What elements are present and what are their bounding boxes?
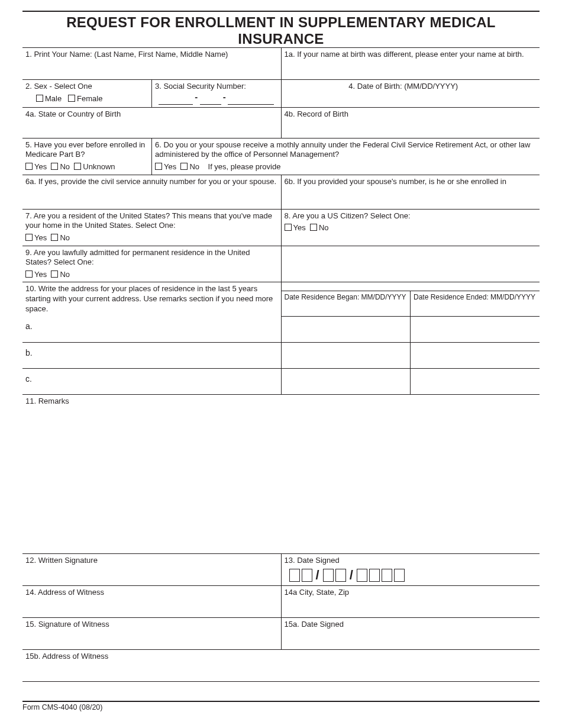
q10-c-began[interactable] (281, 368, 411, 394)
q12-label: 12. Written Signature (25, 556, 278, 566)
q9-yes: Yes (34, 270, 47, 279)
checkbox-q5-no[interactable] (51, 163, 58, 170)
q6-yes: Yes (164, 162, 176, 171)
q5-label: 5. Have you ever before enrolled in Medi… (25, 140, 148, 160)
q9-no: No (60, 270, 70, 279)
checkbox-q8-yes[interactable] (285, 224, 292, 231)
q5-yes: Yes (34, 162, 47, 171)
q14-label: 14. Address of Witness (25, 588, 278, 598)
q7-yes: Yes (34, 233, 47, 242)
q4a-label: 4a. State or Country of Birth (25, 109, 278, 120)
opt-male: Male (45, 94, 62, 103)
q5-unknown: Unknown (83, 162, 115, 171)
q1-label: 1. Print Your Name: (Last Name, First Na… (25, 50, 278, 60)
q10-a-ended[interactable] (411, 316, 540, 342)
q10-began-label: Date Residence Began: MM/DD/YYYY (285, 293, 406, 301)
q15b-label: 15b. Address of Witness (25, 652, 537, 662)
q7-label: 7. Are you a resident of the United Stat… (25, 211, 278, 231)
q14a-label: 14a City, State, Zip (285, 588, 537, 598)
q7-no: No (60, 233, 70, 242)
q10-b-ended[interactable] (411, 342, 540, 368)
opt-female: Female (77, 94, 102, 103)
q4b-label: 4b. Record of Birth (285, 109, 537, 120)
q15-label: 15. Signature of Witness (25, 620, 278, 630)
checkbox-q9-yes[interactable] (25, 270, 33, 278)
q10-c-ended[interactable] (411, 368, 540, 394)
checkbox-q5-unknown[interactable] (74, 163, 81, 170)
checkbox-q7-yes[interactable] (25, 234, 33, 241)
q15a-label: 15a. Date Signed (285, 620, 537, 630)
q11-label: 11. Remarks (25, 397, 537, 407)
q10-a-began[interactable] (281, 316, 411, 342)
form-table: 1. Print Your Name: (Last Name, First Na… (22, 47, 540, 682)
q13-label: 13. Date Signed (285, 556, 537, 566)
q10-label: 10. Write the address for your places of… (25, 284, 278, 314)
q6a-label: 6a. If yes, provide the civil service an… (25, 177, 278, 187)
q1a-label: 1a. If your name at birth was different,… (285, 50, 537, 60)
q5-no: No (60, 162, 70, 171)
checkbox-q6-yes[interactable] (155, 163, 162, 170)
checkbox-q6-no[interactable] (180, 163, 188, 170)
checkbox-q8-no[interactable] (310, 224, 317, 231)
q6-no: No (189, 162, 199, 171)
q9-label: 9. Are you lawfully admitted for permane… (25, 248, 278, 268)
checkbox-male[interactable] (36, 95, 43, 102)
q8-no: No (319, 223, 329, 232)
form-footer: Form CMS-4040 (08/20) (22, 701, 540, 711)
q3-label: 3. Social Security Number: (155, 82, 278, 92)
q2-label: 2. Sex - Select One (25, 82, 148, 92)
checkbox-q9-no[interactable] (51, 270, 58, 278)
q10-b-began[interactable] (281, 342, 411, 368)
date-signed-input[interactable]: // (285, 568, 537, 582)
checkbox-q5-yes[interactable] (25, 163, 33, 170)
q6-label: 6. Do you or your spouse receive a mothl… (155, 140, 537, 160)
q10-ended-label: Date Residence Ended: MM/DD/YYYY (414, 293, 535, 301)
q10-a: a. (25, 318, 278, 332)
remarks-area[interactable] (25, 406, 537, 551)
q8-yes: Yes (293, 223, 306, 232)
checkbox-female[interactable] (68, 95, 75, 102)
q8-label: 8. Are you a US Citizen? Select One: (285, 211, 537, 221)
q10-b: b. (25, 344, 278, 359)
checkbox-q7-no[interactable] (51, 234, 58, 241)
q6-suffix: If yes, please provide (208, 162, 281, 171)
form-title: REQUEST FOR ENROLLMENT IN SUPPLEMENTARY … (22, 11, 540, 47)
q6b-label: 6b. If you provided your spouse's number… (285, 177, 537, 187)
q4-label: 4. Date of Birth: (MM/DD/YYYY) (348, 82, 537, 92)
q10-c: c. (25, 371, 278, 385)
ssn-input-area[interactable]: -- (155, 94, 278, 105)
